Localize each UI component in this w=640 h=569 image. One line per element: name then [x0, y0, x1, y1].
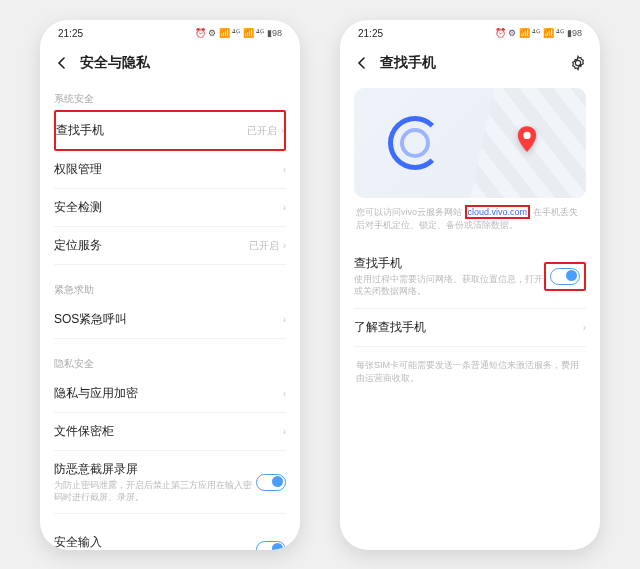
content: 系统安全 查找手机 已开启 › 权限管理 › 安全检测 › 定位服务 已开启 ›… — [40, 84, 300, 550]
chevron-right-icon: › — [283, 202, 286, 213]
cloud-link[interactable]: cloud.vivo.com — [465, 205, 531, 219]
chevron-right-icon: › — [283, 426, 286, 437]
status-time: 21:25 — [358, 28, 383, 39]
row-find-phone-toggle: 查找手机 使用过程中需要访问网络、获取位置信息，打开或关闭数据网络。 — [354, 245, 586, 308]
gear-icon[interactable] — [570, 55, 586, 71]
status-bar: 21:25 ⏰ ⚙ 📶 ⁴ᴳ 📶 ⁴ᴳ ▮98 — [340, 20, 600, 46]
phone-screen-find: 21:25 ⏰ ⚙ 📶 ⁴ᴳ 📶 ⁴ᴳ ▮98 查找手机 您可以访问vivo云服… — [340, 20, 600, 550]
row-location[interactable]: 定位服务 已开启 › — [54, 227, 286, 265]
chevron-right-icon: › — [583, 322, 586, 333]
toggle-highlight — [544, 262, 586, 291]
ring-inner-graphic — [400, 128, 430, 158]
status-time: 21:25 — [58, 28, 83, 39]
row-sos[interactable]: SOS紧急呼叫 › — [54, 301, 286, 339]
toggle-safe-input[interactable] — [256, 541, 286, 550]
section-label-sos: 紧急求助 — [54, 275, 286, 301]
status-bar: 21:25 ⏰ ⚙ 📶 ⁴ᴳ 📶 ⁴ᴳ ▮98 — [40, 20, 300, 46]
location-pin-icon — [516, 126, 538, 148]
sim-footnote: 每张SIM卡可能需要发送一条普通短信来激活服务，费用由运营商收取。 — [354, 347, 586, 398]
back-icon[interactable] — [354, 55, 370, 71]
chevron-right-icon: › — [283, 240, 286, 251]
chevron-right-icon: › — [281, 125, 284, 136]
chevron-right-icon: › — [283, 388, 286, 399]
svg-point-0 — [523, 132, 530, 139]
status-icons: ⏰ ⚙ 📶 ⁴ᴳ 📶 ⁴ᴳ ▮98 — [495, 28, 582, 38]
page-title: 查找手机 — [380, 54, 436, 72]
chevron-right-icon: › — [283, 164, 286, 175]
row-value: 已开启 — [247, 124, 277, 138]
header: 安全与隐私 — [40, 46, 300, 84]
section-label-privacy: 隐私安全 — [54, 349, 286, 375]
row-security-check[interactable]: 安全检测 › — [54, 189, 286, 227]
chevron-right-icon: › — [283, 314, 286, 325]
row-file-safe[interactable]: 文件保密柜 › — [54, 413, 286, 451]
row-permissions[interactable]: 权限管理 › — [54, 151, 286, 189]
toggle-find-phone[interactable] — [550, 268, 580, 285]
row-anti-screenshot[interactable]: 防恶意截屏录屏 为防止密码泄露，开启后禁止第三方应用在输入密码时进行截屏、录屏。 — [54, 451, 286, 514]
back-icon[interactable] — [54, 55, 70, 71]
section-label-system: 系统安全 — [54, 84, 286, 110]
content: 您可以访问vivo云服务网站 cloud.vivo.com 在手机丢失后对手机定… — [340, 84, 600, 550]
phone-screen-security: 21:25 ⏰ ⚙ 📶 ⁴ᴳ 📶 ⁴ᴳ ▮98 安全与隐私 系统安全 查找手机 … — [40, 20, 300, 550]
row-learn-find[interactable]: 了解查找手机 › — [354, 309, 586, 347]
header: 查找手机 — [340, 46, 600, 84]
row-safe-input[interactable]: 安全输入 输入密码时启用安全键盘。 — [54, 524, 286, 550]
row-find-phone[interactable]: 查找手机 已开启 › — [54, 110, 286, 151]
toggle-anti-screenshot[interactable] — [256, 474, 286, 491]
hero-illustration — [354, 88, 586, 198]
page-title: 安全与隐私 — [80, 54, 150, 72]
row-title: 查找手机 — [56, 122, 247, 139]
status-icons: ⏰ ⚙ 📶 ⁴ᴳ 📶 ⁴ᴳ ▮98 — [195, 28, 282, 38]
row-privacy-encrypt[interactable]: 隐私与应用加密 › — [54, 375, 286, 413]
hero-description: 您可以访问vivo云服务网站 cloud.vivo.com 在手机丢失后对手机定… — [354, 198, 586, 235]
